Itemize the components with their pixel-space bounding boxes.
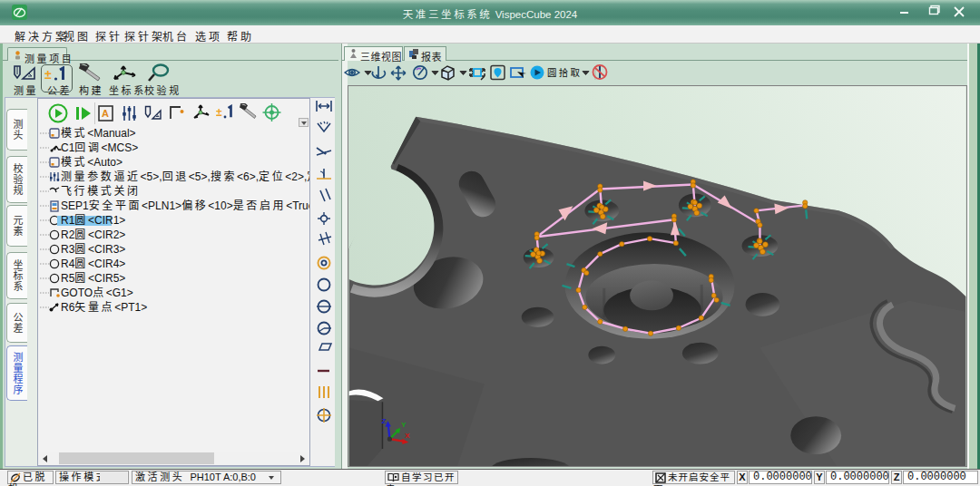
svg-text:X: X [405, 432, 410, 440]
svg-text:Z: Z [381, 417, 386, 425]
svg-text:Y: Y [401, 421, 407, 429]
svg-text:圆拾取: 圆拾取 [547, 67, 582, 78]
